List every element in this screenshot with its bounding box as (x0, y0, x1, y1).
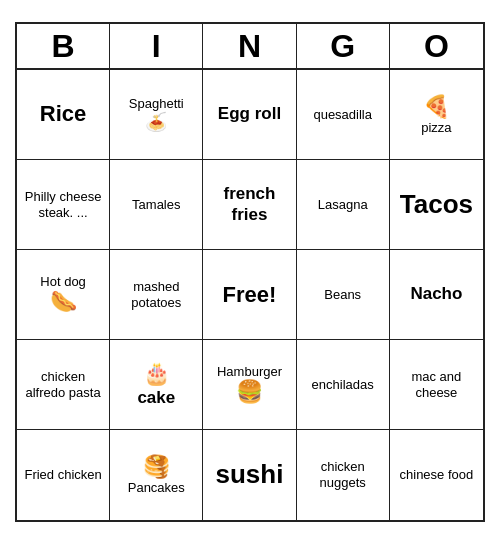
cell-label: Egg roll (218, 104, 281, 124)
cell-emoji: 🍔 (236, 379, 263, 405)
cell-label: Nacho (410, 284, 462, 304)
cell-label: chinese food (400, 467, 474, 483)
bingo-cell: Lasagna (297, 160, 390, 250)
bingo-cell: Spaghetti🍝 (110, 70, 203, 160)
cell-label: Beans (324, 287, 361, 303)
bingo-cell: enchiladas (297, 340, 390, 430)
cell-label: chicken alfredo pasta (21, 369, 105, 400)
cell-label: Pancakes (128, 480, 185, 496)
bingo-card: BINGO RiceSpaghetti🍝Egg rollquesadilla🍕p… (15, 22, 485, 522)
cell-label: sushi (216, 459, 284, 490)
cell-emoji: 🍝 (145, 112, 167, 134)
cell-emoji: 🌭 (50, 289, 77, 315)
cell-label: Lasagna (318, 197, 368, 213)
bingo-grid: RiceSpaghetti🍝Egg rollquesadilla🍕pizzaPh… (17, 70, 483, 520)
bingo-cell: mashed potatoes (110, 250, 203, 340)
header-letter: O (390, 24, 483, 68)
bingo-cell: Beans (297, 250, 390, 340)
bingo-cell: Tacos (390, 160, 483, 250)
bingo-cell: chicken alfredo pasta (17, 340, 110, 430)
header-letter: N (203, 24, 296, 68)
cell-label: cake (137, 388, 175, 408)
cell-label: Fried chicken (24, 467, 101, 483)
bingo-cell: sushi (203, 430, 296, 520)
bingo-cell: Egg roll (203, 70, 296, 160)
bingo-cell: Tamales (110, 160, 203, 250)
cell-label: chicken nuggets (301, 459, 385, 490)
header-letter: B (17, 24, 110, 68)
cell-label: Rice (40, 101, 86, 127)
bingo-cell: french fries (203, 160, 296, 250)
cell-label: Tamales (132, 197, 180, 213)
header-letter: G (297, 24, 390, 68)
cell-emoji: 🥞 (143, 454, 170, 480)
bingo-cell: 🎂cake (110, 340, 203, 430)
bingo-cell: Hot dog🌭 (17, 250, 110, 340)
cell-label: Hamburger (217, 364, 282, 380)
cell-label: french fries (207, 184, 291, 225)
cell-label: mashed potatoes (114, 279, 198, 310)
bingo-cell: Philly cheese steak. ... (17, 160, 110, 250)
cell-label: quesadilla (313, 107, 372, 123)
bingo-cell: quesadilla (297, 70, 390, 160)
bingo-cell: Fried chicken (17, 430, 110, 520)
bingo-cell: mac and cheese (390, 340, 483, 430)
bingo-cell: Nacho (390, 250, 483, 340)
cell-label: Spaghetti (129, 96, 184, 112)
bingo-cell: Hamburger🍔 (203, 340, 296, 430)
cell-label: Tacos (400, 189, 473, 220)
cell-label: mac and cheese (394, 369, 479, 400)
cell-label: Philly cheese steak. ... (21, 189, 105, 220)
bingo-cell: Free! (203, 250, 296, 340)
bingo-cell: Rice (17, 70, 110, 160)
cell-label: enchiladas (312, 377, 374, 393)
bingo-cell: chinese food (390, 430, 483, 520)
header-letter: I (110, 24, 203, 68)
bingo-cell: chicken nuggets (297, 430, 390, 520)
bingo-cell: 🍕pizza (390, 70, 483, 160)
free-space: Free! (223, 282, 277, 308)
cell-label: Hot dog (40, 274, 86, 290)
bingo-header: BINGO (17, 24, 483, 70)
cell-emoji: 🎂 (143, 361, 170, 387)
cell-label: pizza (421, 120, 451, 136)
cell-emoji: 🍕 (423, 94, 450, 120)
bingo-cell: 🥞Pancakes (110, 430, 203, 520)
